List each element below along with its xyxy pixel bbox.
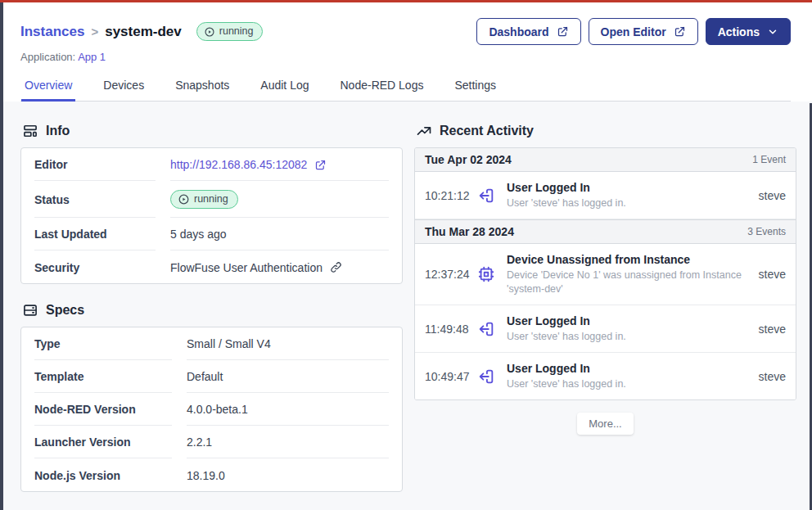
event-description: User 'steve' has logged in. <box>507 330 751 344</box>
tab-overview[interactable]: Overview <box>21 74 75 102</box>
breadcrumb-separator: > <box>91 25 98 38</box>
activity-card: Tue Apr 02 20241 Event10:21:12User Logge… <box>414 147 796 400</box>
event-title: Device Unassigned from Instance <box>507 252 751 267</box>
event-description: User 'steve' has logged in. <box>507 377 751 391</box>
detail-label: Last Updated <box>34 218 156 250</box>
breadcrumb: Instances > system-dev <box>20 24 182 40</box>
tab-snapshots[interactable]: Snapshots <box>172 74 232 102</box>
detail-value: FlowFuse User Authentication <box>170 250 389 283</box>
login-icon <box>477 187 495 205</box>
editor-url-link[interactable]: http://192.168.86.45:12082 <box>170 158 327 171</box>
detail-label: Node.js Version <box>34 458 172 491</box>
top-accent-bar <box>0 0 812 2</box>
activity-event-row: 12:37:24Device Unassigned from InstanceD… <box>415 244 796 305</box>
external-link-icon <box>557 25 569 38</box>
activity-date: Thu Mar 28 2024 <box>425 225 514 238</box>
left-edge-strip <box>0 2 3 510</box>
dashboard-button[interactable]: Dashboard <box>476 18 580 45</box>
detail-label: Launcher Version <box>34 426 172 458</box>
login-icon <box>477 368 495 386</box>
event-icon-wrap <box>477 187 507 205</box>
specs-card: TypeSmall / Small V4TemplateDefaultNode-… <box>20 327 403 492</box>
event-description: Device 'Device No 1' was unassigned from… <box>507 269 751 296</box>
event-user: steve <box>759 370 786 383</box>
recent-activity-heading: Recent Activity <box>416 123 796 139</box>
detail-row: SecurityFlowFuse User Authentication <box>21 250 402 283</box>
detail-label: Type <box>34 327 172 360</box>
detail-value: 4.0.0-beta.1 <box>187 393 389 426</box>
event-time: 10:21:12 <box>425 189 477 202</box>
open-editor-button[interactable]: Open Editor <box>589 18 698 45</box>
event-description: User 'steve' has logged in. <box>507 196 751 210</box>
detail-value: Default <box>187 360 389 393</box>
detail-value: 18.19.0 <box>187 458 389 491</box>
chip-icon <box>477 265 495 283</box>
detail-label: Security <box>34 250 156 283</box>
detail-value: http://192.168.86.45:12082 <box>170 148 389 181</box>
detail-label: Node-RED Version <box>34 393 172 426</box>
tab-settings[interactable]: Settings <box>451 74 499 102</box>
event-title: User Logged In <box>507 180 751 195</box>
detail-row: Last Updated5 days ago <box>21 218 402 250</box>
status-badge: running <box>170 190 238 209</box>
detail-label: Template <box>34 360 172 393</box>
activity-date-header: Thu Mar 28 20243 Events <box>415 219 796 244</box>
trending-up-icon <box>416 123 432 139</box>
event-user: steve <box>759 189 786 202</box>
event-icon-wrap <box>477 320 507 338</box>
instance-overview-page: Instances > system-dev running Dashboard… <box>3 2 812 510</box>
main-content: Info Editorhttp://192.168.86.45:12082Sta… <box>3 102 812 510</box>
more-button[interactable]: More... <box>577 413 633 435</box>
activity-date: Tue Apr 02 2024 <box>425 153 512 166</box>
tab-devices[interactable]: Devices <box>100 74 147 102</box>
actions-dropdown-button[interactable]: Actions <box>706 18 791 45</box>
link-icon <box>330 261 342 273</box>
detail-row: Launcher Version2.2.1 <box>21 426 402 458</box>
info-heading: Info <box>22 123 403 139</box>
external-link-icon <box>314 159 327 171</box>
recent-activity-section: Recent Activity Tue Apr 02 20241 Event10… <box>414 123 796 435</box>
status-badge: running <box>196 22 264 41</box>
detail-label: Editor <box>34 148 156 181</box>
detail-row: TypeSmall / Small V4 <box>21 327 402 360</box>
application-label: Application: <box>20 51 75 63</box>
detail-label: Status <box>34 181 156 218</box>
detail-row: Node-RED Version4.0.0-beta.1 <box>21 393 402 426</box>
server-icon <box>22 302 38 318</box>
activity-date-header: Tue Apr 02 20241 Event <box>415 148 796 172</box>
activity-event-row: 10:49:47User Logged InUser 'steve' has l… <box>415 353 796 399</box>
activity-event-row: 10:21:12User Logged InUser 'steve' has l… <box>415 172 796 219</box>
event-user: steve <box>759 323 786 336</box>
event-user: steve <box>759 268 786 281</box>
tab-audit-log[interactable]: Audit Log <box>257 74 312 102</box>
play-circle-icon <box>178 193 190 205</box>
activity-event-row: 11:49:48User Logged InUser 'steve' has l… <box>415 305 796 353</box>
header-actions: Dashboard Open Editor Actions <box>476 18 791 45</box>
instance-name: system-dev <box>105 24 182 40</box>
event-time: 12:37:24 <box>425 268 477 281</box>
breadcrumb-instances-link[interactable]: Instances <box>20 24 84 40</box>
detail-row: Editorhttp://192.168.86.45:12082 <box>21 148 402 181</box>
info-card: Editorhttp://192.168.86.45:12082Statusru… <box>20 147 403 284</box>
event-title: User Logged In <box>507 361 751 376</box>
login-icon <box>477 320 495 338</box>
external-link-icon <box>674 25 686 38</box>
specs-section: Specs TypeSmall / Small V4TemplateDefaul… <box>20 302 403 492</box>
application-link[interactable]: App 1 <box>78 51 106 63</box>
event-title: User Logged In <box>507 314 751 328</box>
event-time: 10:49:47 <box>425 370 477 383</box>
specs-heading: Specs <box>22 302 403 318</box>
detail-value: Small / Small V4 <box>187 327 389 360</box>
activity-event-count: 1 Event <box>752 154 786 165</box>
left-column: Info Editorhttp://192.168.86.45:12082Sta… <box>20 123 403 510</box>
detail-value: 2.2.1 <box>187 426 389 458</box>
event-icon-wrap <box>477 265 507 283</box>
activity-event-count: 3 Events <box>747 226 786 237</box>
info-section: Info Editorhttp://192.168.86.45:12082Sta… <box>20 123 403 284</box>
tab-bar: OverviewDevicesSnapshotsAudit LogNode-RE… <box>20 74 791 102</box>
chevron-down-icon <box>767 26 778 38</box>
detail-row: TemplateDefault <box>21 360 402 393</box>
tab-node-red-logs[interactable]: Node-RED Logs <box>337 74 427 102</box>
application-line: Application: App 1 <box>20 51 791 63</box>
play-circle-icon <box>204 26 215 38</box>
